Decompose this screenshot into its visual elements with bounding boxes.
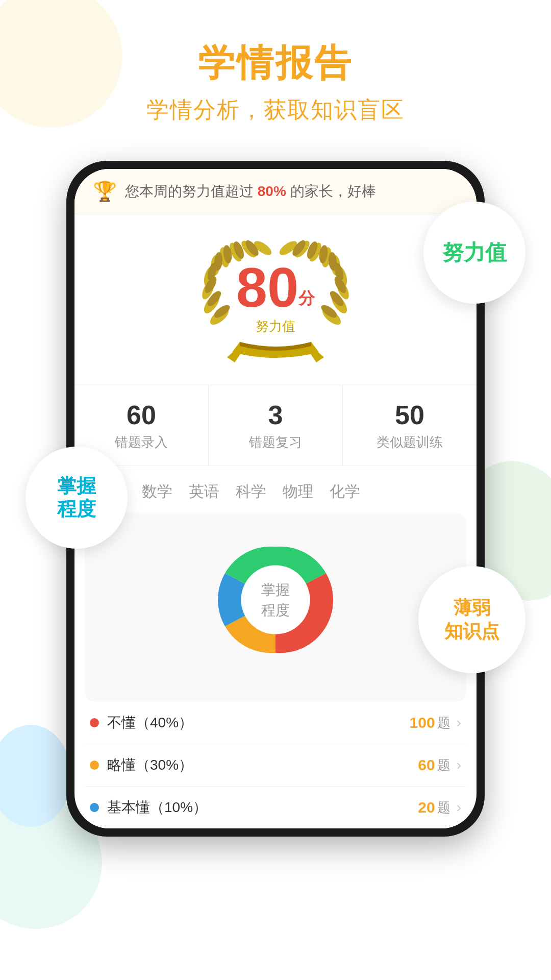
legend-text-0: 不懂（40%） — [107, 713, 410, 732]
subject-tab-math[interactable]: 数学 — [142, 481, 172, 502]
score-label: 努力值 — [236, 317, 315, 335]
legend-count-2: 20 — [418, 799, 435, 816]
donut-wrapper: 掌握程度 — [209, 533, 342, 666]
stat-item-2: 50 类似题训练 — [343, 385, 477, 465]
legend-arrow-2: › — [457, 799, 461, 816]
score-display: 80分 — [236, 259, 315, 315]
score-unit: 分 — [298, 289, 315, 307]
legend-arrow-0: › — [457, 715, 461, 731]
laurel-wreath: 80分 努力值 — [189, 230, 362, 373]
stat-number-2: 50 — [348, 400, 471, 430]
subject-tab-physics[interactable]: 物理 — [283, 481, 313, 502]
legend-dot-1 — [90, 761, 99, 770]
legend-item-1[interactable]: 略懂（30%） 60 题 › — [85, 744, 466, 787]
notification-bar: 🏆 您本周的努力值超过 80% 的家长，好棒 — [74, 169, 477, 214]
effort-section: 80分 努力值 — [74, 214, 477, 385]
legend-count-0: 100 — [410, 714, 435, 731]
stat-label-0: 错题录入 — [80, 433, 203, 451]
phone-wrapper: 努力值 掌握程度 薄弱知识点 🏆 您本周的努力值超过 80% 的家长，好棒 — [66, 161, 485, 837]
laurel-container: 80分 努力值 — [189, 230, 362, 373]
bubble-effort: 努力值 — [423, 202, 525, 304]
stat-item-1: 3 错题复习 — [209, 385, 343, 465]
page-title: 学情报告 — [0, 41, 551, 85]
stat-label-2: 类似题训练 — [348, 433, 471, 451]
legend-text-2: 基本懂（10%） — [107, 798, 418, 817]
subject-tab-chemistry[interactable]: 化学 — [330, 481, 360, 502]
legend-text-1: 略懂（30%） — [107, 755, 418, 775]
legend-unit-0: 题 — [437, 714, 450, 732]
stat-number-0: 60 — [80, 400, 203, 430]
header: 学情报告 学情分析，获取知识盲区 — [0, 0, 551, 140]
phone-screen: 🏆 您本周的努力值超过 80% 的家长，好棒 — [74, 169, 477, 828]
donut-container: 掌握程度 — [103, 523, 448, 676]
bubble-effort-label: 努力值 — [442, 240, 507, 265]
subject-tabs: 语文 数学 英语 科学 物理 化学 — [74, 466, 477, 513]
score-number: 80 — [236, 256, 298, 318]
legend-dot-0 — [90, 718, 99, 727]
subject-tab-english[interactable]: 英语 — [189, 481, 219, 502]
chart-section: 掌握程度 — [85, 513, 466, 702]
legend-unit-1: 题 — [437, 756, 450, 774]
trophy-icon: 🏆 — [93, 180, 117, 203]
score-overlay: 80分 努力值 — [236, 259, 315, 335]
subject-tab-science[interactable]: 科学 — [236, 481, 266, 502]
bubble-mastery-label: 掌握程度 — [57, 475, 96, 521]
bubble-weakness: 薄弱知识点 — [418, 566, 525, 673]
stat-number-1: 3 — [214, 400, 337, 430]
legend-count-1: 60 — [418, 756, 435, 774]
legend-dot-2 — [90, 803, 99, 812]
legend-arrow-1: › — [457, 757, 461, 773]
legend-item-2[interactable]: 基本懂（10%） 20 题 › — [85, 787, 466, 828]
bubble-weakness-label: 薄弱知识点 — [444, 596, 499, 644]
bubble-mastery: 掌握程度 — [26, 447, 128, 549]
donut-center-label: 掌握程度 — [261, 580, 290, 620]
legend-unit-2: 题 — [437, 799, 450, 817]
phone-frame: 🏆 您本周的努力值超过 80% 的家长，好棒 — [66, 161, 485, 837]
stats-row: 60 错题录入 3 错题复习 50 类似题训练 — [74, 385, 477, 466]
notification-text: 您本周的努力值超过 80% 的家长，好棒 — [125, 182, 458, 201]
notification-highlight: 80% — [258, 183, 286, 199]
stat-label-1: 错题复习 — [214, 433, 337, 451]
page-subtitle: 学情分析，获取知识盲区 — [0, 95, 551, 125]
legend-item-0[interactable]: 不懂（40%） 100 题 › — [85, 702, 466, 744]
